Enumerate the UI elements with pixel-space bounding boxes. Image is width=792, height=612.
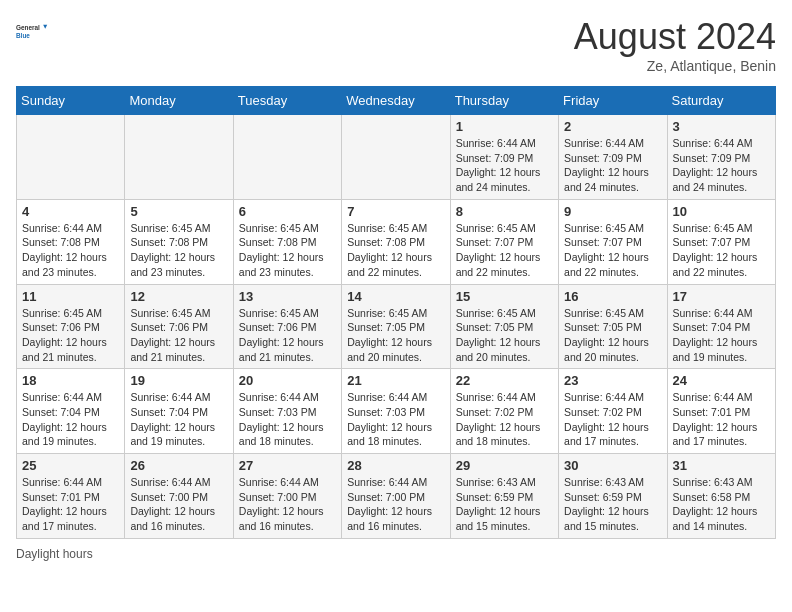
calendar-cell: 10Sunrise: 6:45 AM Sunset: 7:07 PM Dayli… xyxy=(667,199,775,284)
day-info: Sunrise: 6:44 AM Sunset: 7:00 PM Dayligh… xyxy=(347,475,444,534)
day-of-week-header: Thursday xyxy=(450,87,558,115)
day-info: Sunrise: 6:44 AM Sunset: 7:03 PM Dayligh… xyxy=(347,390,444,449)
day-info: Sunrise: 6:43 AM Sunset: 6:59 PM Dayligh… xyxy=(564,475,661,534)
calendar-cell: 28Sunrise: 6:44 AM Sunset: 7:00 PM Dayli… xyxy=(342,454,450,539)
calendar-body: 1Sunrise: 6:44 AM Sunset: 7:09 PM Daylig… xyxy=(17,115,776,539)
calendar-header: SundayMondayTuesdayWednesdayThursdayFrid… xyxy=(17,87,776,115)
day-info: Sunrise: 6:44 AM Sunset: 7:00 PM Dayligh… xyxy=(239,475,336,534)
day-info: Sunrise: 6:44 AM Sunset: 7:02 PM Dayligh… xyxy=(564,390,661,449)
title-block: August 2024 Ze, Atlantique, Benin xyxy=(574,16,776,74)
day-number: 24 xyxy=(673,373,770,388)
logo-icon: GeneralBlue xyxy=(16,16,48,48)
calendar-table: SundayMondayTuesdayWednesdayThursdayFrid… xyxy=(16,86,776,539)
day-of-week-header: Sunday xyxy=(17,87,125,115)
day-info: Sunrise: 6:45 AM Sunset: 7:06 PM Dayligh… xyxy=(130,306,227,365)
calendar-cell: 25Sunrise: 6:44 AM Sunset: 7:01 PM Dayli… xyxy=(17,454,125,539)
day-number: 1 xyxy=(456,119,553,134)
calendar-cell: 8Sunrise: 6:45 AM Sunset: 7:07 PM Daylig… xyxy=(450,199,558,284)
day-info: Sunrise: 6:44 AM Sunset: 7:04 PM Dayligh… xyxy=(130,390,227,449)
calendar-week-row: 11Sunrise: 6:45 AM Sunset: 7:06 PM Dayli… xyxy=(17,284,776,369)
day-info: Sunrise: 6:44 AM Sunset: 7:09 PM Dayligh… xyxy=(564,136,661,195)
calendar-week-row: 1Sunrise: 6:44 AM Sunset: 7:09 PM Daylig… xyxy=(17,115,776,200)
day-number: 29 xyxy=(456,458,553,473)
day-number: 13 xyxy=(239,289,336,304)
calendar-cell: 15Sunrise: 6:45 AM Sunset: 7:05 PM Dayli… xyxy=(450,284,558,369)
calendar-cell xyxy=(17,115,125,200)
footer: Daylight hours xyxy=(16,547,776,561)
calendar-cell xyxy=(233,115,341,200)
day-info: Sunrise: 6:45 AM Sunset: 7:08 PM Dayligh… xyxy=(239,221,336,280)
calendar-cell: 11Sunrise: 6:45 AM Sunset: 7:06 PM Dayli… xyxy=(17,284,125,369)
day-info: Sunrise: 6:45 AM Sunset: 7:05 PM Dayligh… xyxy=(347,306,444,365)
page-header: GeneralBlue August 2024 Ze, Atlantique, … xyxy=(16,16,776,74)
calendar-cell: 27Sunrise: 6:44 AM Sunset: 7:00 PM Dayli… xyxy=(233,454,341,539)
day-info: Sunrise: 6:44 AM Sunset: 7:02 PM Dayligh… xyxy=(456,390,553,449)
day-number: 10 xyxy=(673,204,770,219)
day-info: Sunrise: 6:44 AM Sunset: 7:03 PM Dayligh… xyxy=(239,390,336,449)
day-number: 18 xyxy=(22,373,119,388)
day-number: 16 xyxy=(564,289,661,304)
day-of-week-header: Monday xyxy=(125,87,233,115)
calendar-cell: 23Sunrise: 6:44 AM Sunset: 7:02 PM Dayli… xyxy=(559,369,667,454)
day-of-week-header: Tuesday xyxy=(233,87,341,115)
day-number: 11 xyxy=(22,289,119,304)
logo: GeneralBlue xyxy=(16,16,48,48)
calendar-cell: 18Sunrise: 6:44 AM Sunset: 7:04 PM Dayli… xyxy=(17,369,125,454)
svg-text:Blue: Blue xyxy=(16,32,30,39)
day-info: Sunrise: 6:45 AM Sunset: 7:07 PM Dayligh… xyxy=(673,221,770,280)
calendar-cell: 19Sunrise: 6:44 AM Sunset: 7:04 PM Dayli… xyxy=(125,369,233,454)
calendar-cell: 4Sunrise: 6:44 AM Sunset: 7:08 PM Daylig… xyxy=(17,199,125,284)
calendar-cell: 26Sunrise: 6:44 AM Sunset: 7:00 PM Dayli… xyxy=(125,454,233,539)
day-info: Sunrise: 6:44 AM Sunset: 7:09 PM Dayligh… xyxy=(456,136,553,195)
calendar-cell: 17Sunrise: 6:44 AM Sunset: 7:04 PM Dayli… xyxy=(667,284,775,369)
day-number: 17 xyxy=(673,289,770,304)
calendar-cell: 30Sunrise: 6:43 AM Sunset: 6:59 PM Dayli… xyxy=(559,454,667,539)
day-info: Sunrise: 6:45 AM Sunset: 7:08 PM Dayligh… xyxy=(130,221,227,280)
day-info: Sunrise: 6:45 AM Sunset: 7:07 PM Dayligh… xyxy=(456,221,553,280)
day-number: 30 xyxy=(564,458,661,473)
day-number: 25 xyxy=(22,458,119,473)
calendar-cell: 1Sunrise: 6:44 AM Sunset: 7:09 PM Daylig… xyxy=(450,115,558,200)
calendar-cell: 6Sunrise: 6:45 AM Sunset: 7:08 PM Daylig… xyxy=(233,199,341,284)
day-info: Sunrise: 6:45 AM Sunset: 7:06 PM Dayligh… xyxy=(239,306,336,365)
day-number: 12 xyxy=(130,289,227,304)
calendar-cell: 24Sunrise: 6:44 AM Sunset: 7:01 PM Dayli… xyxy=(667,369,775,454)
calendar-cell: 29Sunrise: 6:43 AM Sunset: 6:59 PM Dayli… xyxy=(450,454,558,539)
day-info: Sunrise: 6:44 AM Sunset: 7:04 PM Dayligh… xyxy=(22,390,119,449)
day-number: 20 xyxy=(239,373,336,388)
calendar-week-row: 25Sunrise: 6:44 AM Sunset: 7:01 PM Dayli… xyxy=(17,454,776,539)
day-info: Sunrise: 6:43 AM Sunset: 6:58 PM Dayligh… xyxy=(673,475,770,534)
calendar-cell: 21Sunrise: 6:44 AM Sunset: 7:03 PM Dayli… xyxy=(342,369,450,454)
day-number: 23 xyxy=(564,373,661,388)
day-info: Sunrise: 6:44 AM Sunset: 7:04 PM Dayligh… xyxy=(673,306,770,365)
day-info: Sunrise: 6:44 AM Sunset: 7:01 PM Dayligh… xyxy=(22,475,119,534)
daylight-hours-label: Daylight hours xyxy=(16,547,93,561)
day-number: 3 xyxy=(673,119,770,134)
day-number: 4 xyxy=(22,204,119,219)
day-number: 28 xyxy=(347,458,444,473)
day-number: 9 xyxy=(564,204,661,219)
day-number: 21 xyxy=(347,373,444,388)
calendar-cell: 9Sunrise: 6:45 AM Sunset: 7:07 PM Daylig… xyxy=(559,199,667,284)
day-of-week-header: Saturday xyxy=(667,87,775,115)
day-number: 31 xyxy=(673,458,770,473)
day-number: 26 xyxy=(130,458,227,473)
day-info: Sunrise: 6:45 AM Sunset: 7:07 PM Dayligh… xyxy=(564,221,661,280)
svg-text:General: General xyxy=(16,24,40,31)
svg-marker-2 xyxy=(43,25,47,29)
day-info: Sunrise: 6:44 AM Sunset: 7:01 PM Dayligh… xyxy=(673,390,770,449)
day-of-week-header: Friday xyxy=(559,87,667,115)
calendar-cell: 20Sunrise: 6:44 AM Sunset: 7:03 PM Dayli… xyxy=(233,369,341,454)
calendar-cell: 22Sunrise: 6:44 AM Sunset: 7:02 PM Dayli… xyxy=(450,369,558,454)
day-number: 2 xyxy=(564,119,661,134)
day-number: 15 xyxy=(456,289,553,304)
day-info: Sunrise: 6:44 AM Sunset: 7:08 PM Dayligh… xyxy=(22,221,119,280)
calendar-cell xyxy=(342,115,450,200)
calendar-cell xyxy=(125,115,233,200)
calendar-cell: 14Sunrise: 6:45 AM Sunset: 7:05 PM Dayli… xyxy=(342,284,450,369)
calendar-cell: 31Sunrise: 6:43 AM Sunset: 6:58 PM Dayli… xyxy=(667,454,775,539)
day-number: 19 xyxy=(130,373,227,388)
day-number: 27 xyxy=(239,458,336,473)
day-info: Sunrise: 6:45 AM Sunset: 7:06 PM Dayligh… xyxy=(22,306,119,365)
calendar-cell: 7Sunrise: 6:45 AM Sunset: 7:08 PM Daylig… xyxy=(342,199,450,284)
